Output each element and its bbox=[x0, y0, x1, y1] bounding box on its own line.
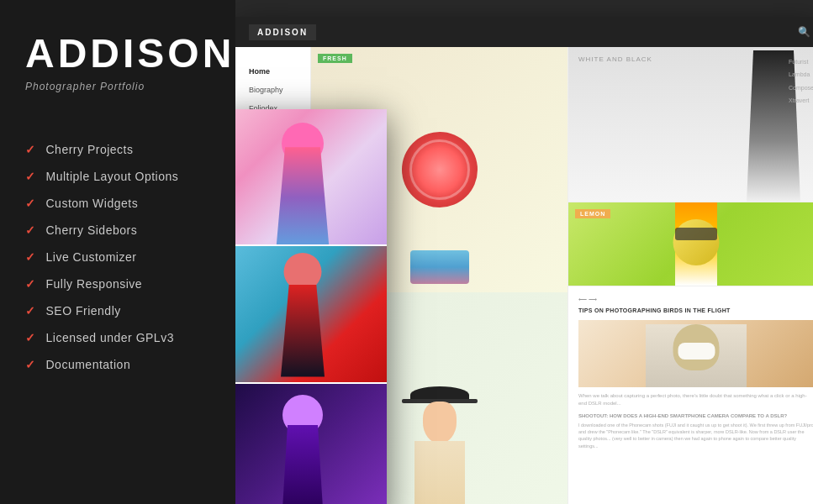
feature-label: Cherry Sidebors bbox=[46, 223, 138, 237]
check-icon: ✓ bbox=[25, 331, 36, 344]
blog-title: TIPS ON PHOTOGRAPHING BIRDS IN THE FLIGH… bbox=[578, 307, 813, 315]
feature-label: Live Customizer bbox=[46, 250, 137, 264]
feature-item: ✓Multiple Layout Options bbox=[25, 170, 210, 183]
feature-label: Documentation bbox=[46, 358, 131, 371]
check-icon: ✓ bbox=[25, 358, 36, 371]
feature-item: ✓Cherry Sidebors bbox=[25, 223, 210, 237]
features-list: ✓Cherry Projects✓Multiple Layout Options… bbox=[25, 143, 210, 385]
feature-item: ✓Fully Responsive bbox=[25, 277, 210, 291]
feature-item: ✓Cherry Projects bbox=[25, 143, 210, 156]
logo-subtitle: Photographer Portfolio bbox=[25, 81, 210, 92]
lemon-section: LEMON bbox=[568, 202, 813, 286]
feature-item: ✓SEO Friendly bbox=[25, 304, 210, 318]
feature-item: ✓Documentation bbox=[25, 358, 210, 371]
browser-mockup-secondary bbox=[235, 109, 387, 504]
check-icon: ✓ bbox=[25, 304, 36, 318]
check-icon: ✓ bbox=[25, 223, 36, 237]
feature-item: ✓Live Customizer bbox=[25, 250, 210, 264]
feature-label: SEO Friendly bbox=[46, 304, 121, 318]
blog-section: ⟵ ⟶ TIPS ON PHOTOGRAPHING BIRDS IN THE F… bbox=[568, 286, 813, 504]
secondary-img-1 bbox=[235, 109, 387, 246]
blog-text: When we talk about capturing a perfect p… bbox=[578, 392, 813, 408]
sim-nav-home[interactable]: Home bbox=[249, 64, 297, 79]
blog-image bbox=[578, 320, 813, 387]
feature-label: Custom Widgets bbox=[46, 197, 139, 210]
check-icon: ✓ bbox=[25, 197, 36, 210]
feature-item: ✓Licensed under GPLv3 bbox=[25, 331, 210, 344]
wnb-title: WHITE AND BLACK bbox=[578, 55, 652, 63]
check-icon: ✓ bbox=[25, 170, 36, 183]
right-panel: ADDISON 🔍 Home Biography Foliodex Blog C… bbox=[235, 0, 813, 504]
secondary-img-3 bbox=[235, 384, 387, 504]
tag-lemon: LEMON bbox=[575, 209, 610, 218]
sim-search-icon: 🔍 bbox=[798, 26, 810, 38]
feature-label: Fully Responsive bbox=[46, 277, 143, 291]
secondary-img-2 bbox=[235, 246, 387, 383]
wnb-section: WHITE AND BLACK Futurist Lambda Compose … bbox=[568, 47, 813, 202]
check-icon: ✓ bbox=[25, 250, 36, 264]
feature-label: Multiple Layout Options bbox=[46, 170, 179, 183]
tag-fresh: FRESH bbox=[318, 54, 352, 63]
feature-label: Licensed under GPLv3 bbox=[46, 331, 174, 344]
check-icon: ✓ bbox=[25, 143, 36, 156]
sim-nav-biography[interactable]: Biography bbox=[249, 82, 297, 97]
left-panel: ADDISON Photographer Portfolio ✓Cherry P… bbox=[0, 0, 235, 504]
sim-navbar: ADDISON 🔍 bbox=[235, 17, 813, 47]
port-col-right: WHITE AND BLACK Futurist Lambda Compose … bbox=[568, 47, 813, 504]
feature-label: Cherry Projects bbox=[46, 143, 134, 156]
sim-nav-brand: ADDISON bbox=[249, 24, 316, 40]
feature-item: ✓Custom Widgets bbox=[25, 197, 210, 210]
check-icon: ✓ bbox=[25, 277, 36, 291]
logo-title: ADDISON bbox=[25, 34, 210, 74]
